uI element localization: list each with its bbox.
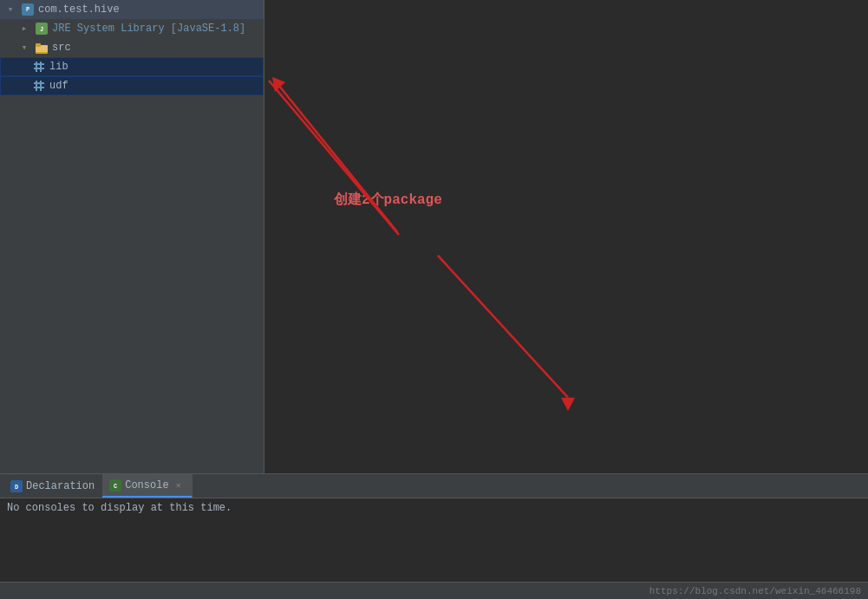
console-close-button[interactable]: ✕ bbox=[173, 479, 185, 492]
declaration-tab-label: Declaration bbox=[26, 480, 95, 492]
bottom-panel: D Declaration C Console ✕ No consoles to bbox=[0, 473, 868, 599]
svg-marker-18 bbox=[267, 72, 285, 92]
sidebar: P com.test.hive J JRE System Library [Ja… bbox=[0, 0, 264, 473]
tree-item-jre[interactable]: J JRE System Library [JavaSE-1.8] bbox=[0, 19, 264, 38]
tree-item-src[interactable]: src bbox=[0, 38, 264, 57]
tab-declaration[interactable]: D Declaration bbox=[3, 474, 102, 498]
status-url: https://blog.csdn.net/weixin_46466198 bbox=[649, 586, 861, 596]
arrow-down-icon bbox=[3, 3, 17, 16]
project-label: com.test.hive bbox=[38, 3, 120, 16]
declaration-tab-icon: D bbox=[10, 480, 23, 492]
udf-label: udf bbox=[49, 80, 69, 92]
console-tab-icon: C bbox=[109, 479, 121, 492]
svg-text:C: C bbox=[114, 483, 117, 490]
udf-pkg-icon bbox=[32, 79, 46, 93]
console-content: No consoles to display at this time. bbox=[0, 498, 868, 582]
project-icon: P bbox=[21, 3, 35, 16]
svg-text:D: D bbox=[15, 484, 18, 491]
svg-marker-20 bbox=[561, 398, 575, 411]
svg-line-15 bbox=[269, 81, 399, 235]
annotation-text: 创建2个package bbox=[334, 191, 442, 209]
svg-line-17 bbox=[280, 87, 397, 231]
tree-item-udf[interactable]: udf bbox=[0, 76, 264, 95]
svg-rect-5 bbox=[36, 44, 41, 47]
arrow-right-icon bbox=[17, 22, 31, 36]
annotation-arrow bbox=[264, 0, 868, 473]
main-container: P com.test.hive J JRE System Library [Ja… bbox=[0, 0, 868, 599]
bottom-tabs: D Declaration C Console ✕ bbox=[0, 474, 868, 498]
console-message: No consoles to display at this time. bbox=[7, 502, 232, 514]
src-folder-icon bbox=[35, 41, 49, 55]
tab-console[interactable]: C Console ✕ bbox=[102, 474, 192, 498]
content-area: P com.test.hive J JRE System Library [Ja… bbox=[0, 0, 868, 473]
svg-line-19 bbox=[438, 256, 568, 398]
console-tab-label: Console bbox=[125, 479, 168, 492]
jre-icon: J bbox=[35, 22, 49, 36]
src-label: src bbox=[52, 42, 71, 54]
editor-area: 创建2个package bbox=[264, 0, 868, 473]
lib-label: lib bbox=[49, 61, 69, 73]
status-bar: https://blog.csdn.net/weixin_46466198 bbox=[0, 582, 868, 599]
jre-label: JRE System Library [JavaSE-1.8] bbox=[52, 23, 245, 35]
src-arrow-down-icon bbox=[17, 41, 31, 55]
lib-pkg-icon bbox=[32, 60, 46, 74]
tree-item-project[interactable]: P com.test.hive bbox=[0, 0, 264, 19]
tree-item-lib[interactable]: lib bbox=[0, 57, 264, 76]
svg-text:J: J bbox=[40, 26, 43, 33]
